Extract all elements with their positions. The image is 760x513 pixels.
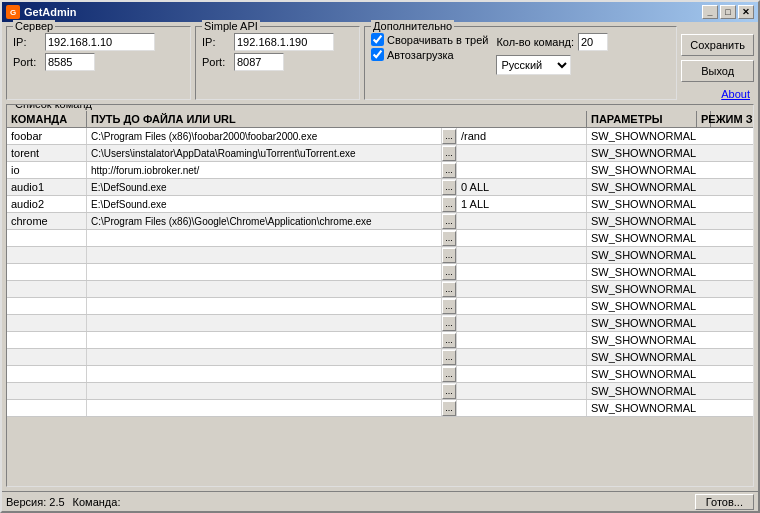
path-browse-button[interactable]: ... (442, 366, 457, 382)
browse-button[interactable]: ... (442, 316, 456, 331)
server-ip-label: IP: (13, 36, 41, 48)
api-ip-input[interactable] (234, 33, 334, 51)
table-body[interactable]: foobarC:\Program Files (x86)\foobar2000\… (7, 128, 753, 486)
cmd-cell (7, 400, 87, 416)
cmd-cell (7, 298, 87, 314)
content-area: Сервер IP: Port: Simple API IP: Po (2, 22, 758, 491)
path-browse-button[interactable]: ... (442, 383, 457, 399)
save-button[interactable]: Сохранить (681, 34, 754, 56)
path-browse-button[interactable]: ... (442, 213, 457, 229)
table-row: ...SW_SHOWNORMAL (7, 298, 753, 315)
app-icon: G (6, 5, 20, 19)
server-port-input[interactable] (45, 53, 95, 71)
path-browse-button[interactable]: ... (442, 281, 457, 297)
browse-button[interactable]: ... (442, 214, 456, 229)
path-browse-button[interactable]: ... (442, 298, 457, 314)
params-cell: 1 ALL (457, 196, 587, 212)
browse-button[interactable]: ... (442, 384, 456, 399)
maximize-button[interactable]: □ (720, 5, 736, 19)
list-section: Список команд КОМАНДА ПУТЬ ДО ФАЙЛА ИЛИ … (6, 104, 754, 487)
kol-input[interactable] (578, 33, 608, 51)
status-left: Версия: 2.5 Команда: (6, 496, 128, 508)
mode-cell: SW_SHOWNORMAL (587, 196, 697, 212)
path-browse-button[interactable]: ... (442, 400, 457, 416)
window-title: GetAdmin (24, 6, 77, 18)
browse-button[interactable]: ... (442, 163, 456, 178)
side-buttons: Сохранить Выход About (681, 26, 754, 100)
col-path: ПУТЬ ДО ФАЙЛА ИЛИ URL (87, 111, 587, 127)
table-row: audio1E:\DefSound.exe...0 ALLSW_SHOWNORM… (7, 179, 753, 196)
extra-inner: Сворачивать в трей Автозагрузка Кол-во к… (371, 33, 670, 75)
browse-button[interactable]: ... (442, 180, 456, 195)
gotov-button[interactable]: Готов... (695, 494, 754, 510)
api-port-row: Port: (202, 53, 353, 71)
mode-cell: SW_SHOWNORMAL (587, 281, 697, 297)
about-link[interactable]: About (681, 88, 754, 100)
browse-button[interactable]: ... (442, 367, 456, 382)
path-cell (87, 315, 442, 331)
browse-button[interactable]: ... (442, 333, 456, 348)
autostart-checkbox[interactable] (371, 48, 384, 61)
browse-button[interactable]: ... (442, 248, 456, 263)
path-cell (87, 366, 442, 382)
params-cell (457, 366, 587, 382)
right-controls: Кол-во команд: Русский English (496, 33, 608, 75)
table-row: audio2E:\DefSound.exe...1 ALLSW_SHOWNORM… (7, 196, 753, 213)
mode-cell: SW_SHOWNORMAL (587, 247, 697, 263)
api-port-input[interactable] (234, 53, 284, 71)
params-cell (457, 298, 587, 314)
browse-button[interactable]: ... (442, 401, 456, 416)
table-row: iohttp://forum.iobroker.net/...SW_SHOWNO… (7, 162, 753, 179)
title-bar-buttons: _ □ ✕ (702, 5, 754, 19)
mode-cell: SW_SHOWNORMAL (587, 179, 697, 195)
path-cell (87, 349, 442, 365)
path-browse-button[interactable]: ... (442, 230, 457, 246)
mode-cell: SW_SHOWNORMAL (587, 213, 697, 229)
table-row: ...SW_SHOWNORMAL (7, 366, 753, 383)
lang-select[interactable]: Русский English (496, 55, 571, 75)
table-header: КОМАНДА ПУТЬ ДО ФАЙЛА ИЛИ URL ПАРАМЕТРЫ … (7, 105, 753, 128)
exit-button[interactable]: Выход (681, 60, 754, 82)
col-params: ПАРАМЕТРЫ (587, 111, 697, 127)
tray-checkbox[interactable] (371, 33, 384, 46)
browse-button[interactable]: ... (442, 299, 456, 314)
browse-button[interactable]: ... (442, 129, 456, 144)
path-browse-button[interactable]: ... (442, 128, 457, 144)
version-label: Версия: 2.5 (6, 496, 65, 508)
browse-button[interactable]: ... (442, 350, 456, 365)
browse-button[interactable]: ... (442, 146, 456, 161)
minimize-button[interactable]: _ (702, 5, 718, 19)
mode-cell: SW_SHOWNORMAL (587, 145, 697, 161)
path-browse-button[interactable]: ... (442, 145, 457, 161)
path-cell: C:\Program Files (x86)\Google\Chrome\App… (87, 213, 442, 229)
cmd-cell (7, 281, 87, 297)
path-cell: E:\DefSound.exe (87, 196, 442, 212)
path-browse-button[interactable]: ... (442, 247, 457, 263)
path-browse-button[interactable]: ... (442, 196, 457, 212)
params-cell (457, 332, 587, 348)
path-cell (87, 332, 442, 348)
table-row: ...SW_SHOWNORMAL (7, 247, 753, 264)
browse-button[interactable]: ... (442, 282, 456, 297)
cmd-cell: torent (7, 145, 87, 161)
browse-button[interactable]: ... (442, 231, 456, 246)
browse-button[interactable]: ... (442, 197, 456, 212)
browse-button[interactable]: ... (442, 265, 456, 280)
path-cell: http://forum.iobroker.net/ (87, 162, 442, 178)
params-cell (457, 213, 587, 229)
path-browse-button[interactable]: ... (442, 315, 457, 331)
path-browse-button[interactable]: ... (442, 179, 457, 195)
col-cmd: КОМАНДА (7, 111, 87, 127)
server-ip-input[interactable] (45, 33, 155, 51)
api-ip-row: IP: (202, 33, 353, 51)
close-button[interactable]: ✕ (738, 5, 754, 19)
params-cell: 0 ALL (457, 179, 587, 195)
cmd-cell: audio2 (7, 196, 87, 212)
cmd-cell: foobar (7, 128, 87, 144)
path-browse-button[interactable]: ... (442, 264, 457, 280)
path-browse-button[interactable]: ... (442, 332, 457, 348)
path-browse-button[interactable]: ... (442, 162, 457, 178)
cmd-cell (7, 366, 87, 382)
api-panel: Simple API IP: Port: (195, 26, 360, 100)
path-browse-button[interactable]: ... (442, 349, 457, 365)
